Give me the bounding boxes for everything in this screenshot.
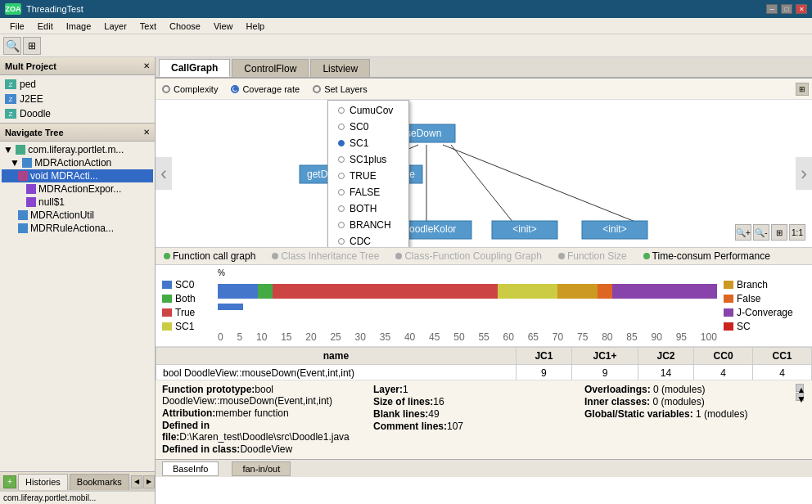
tab-controlflow[interactable]: ControlFlow [232,59,309,77]
nav-item-mdractionutil[interactable]: MDRActionUtil [2,209,153,222]
radio-complexity-dot[interactable] [162,85,170,93]
coverage-dropdown[interactable]: CumuCov SC0 SC1 SC1plus TRUE [327,100,409,247]
cell-jc2: 14 [638,365,693,380]
nav-tree-close[interactable]: ✕ [143,128,150,137]
graph-tab-classinheritance[interactable]: Class Inheritance Tree [267,249,384,263]
info-scroll-up[interactable]: ▲ [796,384,804,392]
project-panel-close[interactable]: ✕ [143,61,150,70]
menu-view[interactable]: View [207,20,240,33]
dropdown-true[interactable]: TRUE [328,168,408,184]
menu-layer[interactable]: Layer [97,20,133,33]
histories-tab[interactable]: Histories [18,474,68,490]
dropdown-branch[interactable]: BRANCH [328,217,408,233]
zoom-fit-button[interactable]: ⊞ [771,224,787,241]
histories-prev-button[interactable]: ◀ [131,475,142,488]
histories-content: com.liferay.portlet.mobil... [0,491,155,504]
cdc-radio [338,238,345,245]
file4-icon [18,210,28,220]
menu-edit[interactable]: Edit [31,20,60,33]
radio-coverage-dot[interactable] [231,85,239,93]
dropdown-both[interactable]: BOTH [328,200,408,217]
project-j2ee[interactable]: Z J2EE [2,92,153,106]
histories-next-button[interactable]: ▶ [143,475,155,488]
nav-item-mdrrulactiona[interactable]: MDRRuleActiona... [2,222,153,235]
radio-coverage[interactable]: Coverage rate [231,84,300,94]
radio-complexity[interactable]: Complexity [162,84,218,94]
project-ped[interactable]: Z ped [2,77,153,92]
dropdown-cumucov[interactable]: CumuCov [328,102,408,119]
close-button[interactable]: ✕ [796,4,807,14]
segment-false [598,284,612,299]
col-name: name [156,348,517,365]
window-controls[interactable]: ─ □ ✕ [766,4,807,14]
segment-both [258,284,273,299]
project-panel-title: Mult Project [5,61,56,71]
legend-branch: Branch [724,279,805,290]
nav-item-null1[interactable]: null$1 [2,196,153,209]
chart-bar-minor [218,304,717,310]
info-prototype: Function prototype:bool DoodleView::mous… [162,384,357,407]
title-bar: ZOA ThreadingTest ─ □ ✕ [0,0,812,18]
info-global: Global/Static variables: 1 (modules) [584,408,779,420]
project-tree: Z ped Z J2EE Z Doodle [0,75,155,123]
functioncall-dot [164,253,170,259]
app-logo: ZOA [5,3,21,15]
maximize-button[interactable]: □ [781,4,792,14]
info-size: Size of lines:16 [373,396,568,407]
graph-tab-functioncall[interactable]: Function call graph [159,249,260,263]
info-area: Function prototype:bool DoodleView::mous… [156,380,812,459]
zoom-in-button[interactable]: 🔍+ [735,224,751,241]
menu-text[interactable]: Text [133,20,163,33]
main-layout: Mult Project ✕ Z ped Z J2EE Z Doodle Nav… [0,57,812,504]
graph-tabs: Function call graph Class Inheritance Tr… [156,247,812,265]
menu-help[interactable]: Help [240,20,272,33]
nav-item-mdractionaction[interactable]: ▼ MDRActionAction [2,156,153,169]
nav-item-voidmdracti[interactable]: void MDRActi... [2,169,153,182]
info-col-left: Function prototype:bool DoodleView::mous… [162,384,357,456]
cell-jc1plus: 9 [572,365,638,380]
sc0-color [162,281,172,289]
table-header-row: name JC1 JC1+ JC2 CC0 CC1 [156,348,812,365]
right-panel: CallGraph ControlFlow Listview Complexit… [156,57,812,504]
maximize-button[interactable]: ⊞ [796,83,809,96]
tab-fanin-out[interactable]: fan-in/out [232,461,291,476]
menu-file[interactable]: File [3,20,31,33]
info-scroll-down[interactable]: ▼ [796,393,804,401]
dropdown-false[interactable]: FALSE [328,184,408,200]
project-doodle-icon: Z [5,109,16,119]
tab-callgraph[interactable]: CallGraph [159,59,230,77]
zoom-reset-button[interactable]: 1:1 [789,224,805,241]
dropdown-sc0[interactable]: SC0 [328,119,408,135]
radio-complexity-label: Complexity [174,84,218,94]
graph-tab-functionsize[interactable]: Function Size [553,249,632,263]
data-table: name JC1 JC1+ JC2 CC0 CC1 bool DoodleVie… [156,347,812,380]
legend-jconverage: J-Converage [724,307,805,318]
toolbar-search[interactable]: 🔍 [3,37,21,55]
info-scroll[interactable]: ▲ ▼ [796,384,805,456]
toolbar-extra[interactable]: ⊞ [23,37,41,55]
menu-image[interactable]: Image [60,20,98,33]
table-row[interactable]: bool DoodleView::mouseDown(Event,int,int… [156,365,812,380]
bookmarks-tab[interactable]: Bookmarks [70,474,129,490]
nav-item-com[interactable]: ▼ com.liferay.portlet.m... [2,143,153,156]
col-jc1: JC1 [516,348,571,365]
project-doodle[interactable]: Z Doodle [2,106,153,121]
chart-content: % [218,268,717,343]
zoom-out-button[interactable]: 🔍- [753,224,769,241]
col-cc1: CC1 [753,348,812,365]
dropdown-cdc[interactable]: CDC [328,233,408,247]
dropdown-sc1plus[interactable]: SC1plus [328,151,408,168]
graph-tab-timeconsum[interactable]: Time-consum Performance [638,249,775,263]
menu-choose[interactable]: Choose [163,20,207,33]
minimize-button[interactable]: ─ [766,4,778,14]
nav-item-mdractionexpor[interactable]: MDRActionExpor... [2,182,153,196]
add-history-button[interactable]: + [3,475,16,488]
branch-radio [338,222,345,228]
info-layer: Layer:1 [373,384,568,395]
tab-listview[interactable]: Listview [310,59,370,77]
graph-tab-classcoupling[interactable]: Class-Function Coupling Graph [390,249,546,263]
radio-setlayers[interactable]: Set Layers [313,84,368,94]
tab-baseinfo[interactable]: BaseInfo [162,461,219,476]
radio-setlayers-dot[interactable] [313,85,321,93]
dropdown-sc1[interactable]: SC1 [328,135,408,151]
